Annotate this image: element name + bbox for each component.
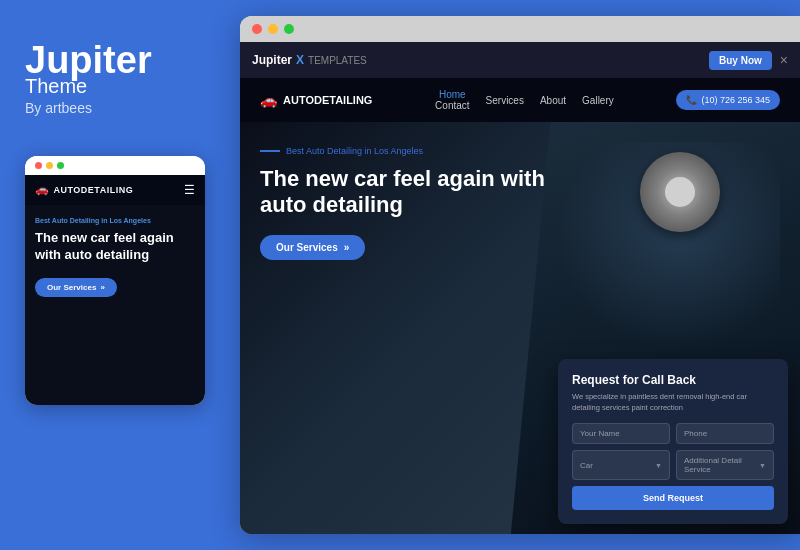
mobile-logo-icon: 🚗	[35, 183, 50, 196]
mobile-headline: The new car feel again with auto detaili…	[35, 230, 195, 264]
hero-headline: The new car feel again with auto detaili…	[260, 166, 551, 219]
browser-brand: JupiterX TEMPLATES	[252, 53, 367, 67]
mobile-nav: 🚗 AUTODETAILING ☰	[25, 175, 205, 205]
nav-link-services[interactable]: Services	[486, 95, 524, 106]
hero-content: Best Auto Detailing in Los Angeles The n…	[260, 146, 551, 260]
browser-titlebar	[240, 16, 800, 42]
hero-tag-line	[260, 150, 280, 152]
form-title: Request for Call Back	[572, 373, 774, 387]
form-description: We specialize in paintless dent removal …	[572, 392, 774, 413]
browser-mockup: JupiterX TEMPLATES Buy Now × 🚗 AUTODETAI…	[240, 16, 800, 534]
service-select[interactable]: Additional Detail Service ▼	[676, 450, 774, 480]
mobile-content: Best Auto Detailing in Los Angeles The n…	[25, 205, 205, 309]
nav-link-gallery[interactable]: Gallery	[582, 95, 614, 106]
nav-link-contact[interactable]: Contact	[435, 100, 469, 111]
name-input[interactable]: Your Name	[572, 423, 670, 444]
form-row-car-service: Car ▼ Additional Detail Service ▼	[572, 450, 774, 480]
site-logo-icon: 🚗	[260, 92, 277, 108]
mobile-logo: 🚗 AUTODETAILING	[35, 183, 133, 196]
website-area: 🚗 AUTODETAILING Home Contact Services Ab…	[240, 78, 800, 534]
nav-home[interactable]: Home Contact	[435, 89, 469, 111]
browser-navbar: JupiterX TEMPLATES Buy Now ×	[240, 42, 800, 78]
mobile-dot-yellow	[46, 162, 53, 169]
mobile-screen: 🚗 AUTODETAILING ☰ Best Auto Detailing in…	[25, 175, 205, 405]
hero-cta-button[interactable]: Our Services »	[260, 235, 365, 260]
submit-button[interactable]: Send Request	[572, 486, 774, 510]
browser-dot-green	[284, 24, 294, 34]
form-row-name-phone: Your Name Phone	[572, 423, 774, 444]
browser-dot-red	[252, 24, 262, 34]
mobile-tag: Best Auto Detailing in Los Angeles	[35, 217, 195, 224]
hero-tag: Best Auto Detailing in Los Angeles	[260, 146, 551, 156]
buy-now-button[interactable]: Buy Now	[709, 51, 772, 70]
left-panel: Jupiter Theme By artbees 🚗 AUTODETAILING…	[0, 0, 230, 550]
site-header: 🚗 AUTODETAILING Home Contact Services Ab…	[240, 78, 800, 122]
nav-link-about[interactable]: About	[540, 95, 566, 106]
mobile-cta-arrow: »	[100, 283, 104, 292]
browser-nav-right: Buy Now ×	[709, 51, 788, 70]
polisher-tool	[640, 152, 720, 232]
nav-link-home[interactable]: Home	[439, 89, 466, 100]
close-button[interactable]: ×	[780, 52, 788, 68]
phone-input[interactable]: Phone	[676, 423, 774, 444]
service-select-arrow: ▼	[759, 462, 766, 469]
hamburger-icon[interactable]: ☰	[184, 183, 195, 197]
hero-cta-arrow: »	[344, 242, 350, 253]
phone-button[interactable]: 📞 (10) 726 256 345	[676, 90, 780, 110]
phone-icon: 📞	[686, 95, 697, 105]
mobile-dot-red	[35, 162, 42, 169]
theme-author: By artbees	[25, 100, 205, 116]
browser-dot-yellow	[268, 24, 278, 34]
hero-section: Best Auto Detailing in Los Angeles The n…	[240, 122, 800, 534]
car-select-arrow: ▼	[655, 462, 662, 469]
request-form-card: Request for Call Back We specialize in p…	[558, 359, 788, 524]
mobile-titlebar	[25, 156, 205, 175]
mobile-cta-button[interactable]: Our Services »	[35, 278, 117, 297]
site-nav: Home Contact Services About Gallery	[435, 89, 614, 111]
site-logo: 🚗 AUTODETAILING	[260, 92, 372, 108]
mobile-mockup: 🚗 AUTODETAILING ☰ Best Auto Detailing in…	[25, 156, 205, 405]
hero-tag-text: Best Auto Detailing in Los Angeles	[286, 146, 423, 156]
car-select[interactable]: Car ▼	[572, 450, 670, 480]
mobile-dot-green	[57, 162, 64, 169]
